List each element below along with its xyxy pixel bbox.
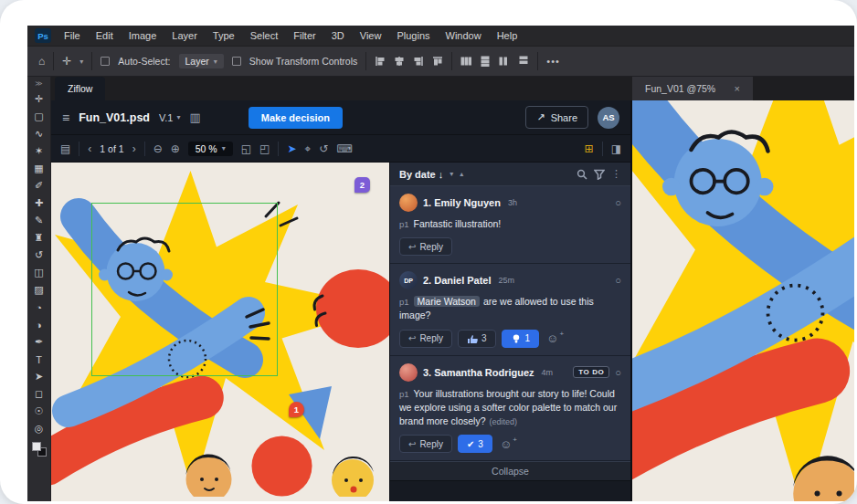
collapse-toolbar-icon[interactable]: ≫ xyxy=(35,79,42,90)
eyedropper-tool-icon[interactable]: ✐ xyxy=(34,177,43,194)
resolve-circle-icon[interactable]: ○ xyxy=(615,197,621,208)
close-icon[interactable]: × xyxy=(735,83,740,94)
rotate-icon[interactable]: ↺ xyxy=(319,142,328,155)
kebab-menu-icon[interactable]: ⋮ xyxy=(611,168,621,180)
fit-screen-icon[interactable]: ◱ xyxy=(241,142,251,155)
sort-by-date-dropdown[interactable]: By date ↓ xyxy=(399,169,443,180)
more-options-icon[interactable]: ••• xyxy=(546,56,560,67)
make-decision-button[interactable]: Make decision xyxy=(249,107,343,129)
menu-window[interactable]: Window xyxy=(446,30,481,41)
version-dropdown[interactable]: V.1 ▾ xyxy=(159,112,181,123)
compare-versions-icon[interactable]: ▥ xyxy=(190,110,201,124)
menu-plugins[interactable]: Plugins xyxy=(397,30,429,41)
zoom-level-dropdown[interactable]: 50 % ▾ xyxy=(188,142,233,156)
menu-3d[interactable]: 3D xyxy=(332,30,344,41)
eraser-tool-icon[interactable]: ◫ xyxy=(34,264,43,281)
marquee-tool-icon[interactable]: ▢ xyxy=(34,108,43,125)
hand-tool-icon[interactable]: ☉ xyxy=(34,403,43,420)
move-tool-icon[interactable]: ✛ xyxy=(62,55,71,68)
chevron-down-icon[interactable]: ▾ xyxy=(450,170,453,178)
next-page-icon[interactable]: › xyxy=(132,142,136,155)
comment-pin-1[interactable]: 1 xyxy=(289,402,304,417)
magic-wand-tool-icon[interactable]: ✶ xyxy=(34,142,43,160)
align-right-icon[interactable] xyxy=(413,56,424,67)
pointer-tool-icon[interactable]: ➤ xyxy=(287,142,296,155)
align-center-icon[interactable] xyxy=(394,56,405,67)
home-icon[interactable]: ⌂ xyxy=(38,55,45,68)
mention-chip[interactable]: Marie Watson xyxy=(414,296,480,307)
auto-select-checkbox[interactable] xyxy=(101,57,110,66)
page-indicator: 1 of 1 xyxy=(100,143,123,154)
check-icon: ✔ xyxy=(467,439,474,449)
foreground-color-swatch[interactable] xyxy=(32,442,41,451)
add-comment-icon[interactable]: ⊞ xyxy=(585,142,594,155)
distribute-top-icon[interactable] xyxy=(518,56,529,67)
reply-button[interactable]: ↩ Reply xyxy=(399,330,452,348)
add-reaction-icon[interactable]: ☺+ xyxy=(498,437,519,451)
menu-edit[interactable]: Edit xyxy=(96,30,113,41)
previous-page-icon[interactable]: ‹ xyxy=(88,142,91,155)
menu-layer[interactable]: Layer xyxy=(172,30,197,41)
toggle-panel-icon[interactable]: ◨ xyxy=(611,142,621,155)
blur-tool-icon[interactable]: ◔ xyxy=(34,299,43,316)
distribute-left-icon[interactable] xyxy=(499,56,510,67)
layer-select[interactable]: Layer ▾ xyxy=(179,54,224,68)
color-swatches[interactable] xyxy=(32,442,47,457)
align-top-icon[interactable] xyxy=(432,56,443,67)
distribute-horizontal-icon[interactable] xyxy=(460,56,471,67)
history-brush-tool-icon[interactable]: ↺ xyxy=(34,247,43,264)
pen-tool-icon[interactable]: ✒ xyxy=(34,333,43,351)
clone-stamp-tool-icon[interactable]: ♜ xyxy=(34,229,43,247)
add-reaction-icon[interactable]: ☺+ xyxy=(545,331,566,345)
move-tool-icon[interactable]: ✛ xyxy=(34,90,43,108)
brush-tool-icon[interactable]: ✎ xyxy=(34,212,43,229)
type-tool-icon[interactable]: T xyxy=(34,351,43,368)
zoom-tool-icon[interactable]: ◎ xyxy=(34,420,43,437)
healing-brush-tool-icon[interactable]: ✚ xyxy=(34,194,43,212)
filter-icon[interactable] xyxy=(594,169,605,180)
pin-comment-icon[interactable]: ⌖ xyxy=(304,142,311,155)
proof-canvas[interactable]: 2 1 xyxy=(51,163,389,501)
reply-button[interactable]: ↩ Reply xyxy=(399,435,452,453)
resolve-circle-icon[interactable]: ○ xyxy=(615,275,621,286)
menu-filter[interactable]: Filter xyxy=(293,30,315,41)
dodge-tool-icon[interactable]: ◑ xyxy=(34,316,43,333)
thread-icon[interactable] xyxy=(597,272,608,289)
lightbulb-reaction[interactable]: 1 xyxy=(502,330,540,348)
collapse-all-icon[interactable]: ▴ xyxy=(460,170,463,178)
show-transform-checkbox[interactable] xyxy=(232,57,241,66)
menu-file[interactable]: File xyxy=(64,30,80,41)
thumbs-up-reaction[interactable]: 3 xyxy=(458,330,496,348)
align-left-icon[interactable] xyxy=(375,56,386,67)
tab-ziflow[interactable]: Ziflow xyxy=(55,77,105,100)
shape-tool-icon[interactable]: ◻ xyxy=(34,385,43,403)
menu-select[interactable]: Select xyxy=(250,30,279,41)
user-avatar[interactable]: AS xyxy=(598,107,619,129)
hamburger-menu-icon[interactable]: ≡ xyxy=(62,110,69,125)
menu-type[interactable]: Type xyxy=(213,30,235,41)
reply-button[interactable]: ↩ Reply xyxy=(399,237,452,256)
comment-pin-2[interactable]: 2 xyxy=(354,177,370,193)
tool-strip: ≫ ✛▢∿✶▦✐✚✎♜↺◫▨◔◑✒T➤◻☉◎ xyxy=(27,77,51,501)
zoom-in-icon[interactable]: ⊕ xyxy=(171,142,180,155)
zoom-out-icon[interactable]: ⊖ xyxy=(153,142,163,155)
share-button[interactable]: ↗ Share xyxy=(525,106,588,129)
search-icon[interactable] xyxy=(577,169,587,180)
path-select-tool-icon[interactable]: ➤ xyxy=(34,368,43,385)
zoom-area-icon[interactable]: ◰ xyxy=(259,142,270,155)
gradient-tool-icon[interactable]: ▨ xyxy=(34,281,43,299)
tab-document[interactable]: Fun_V01 @75% × xyxy=(632,77,753,100)
collapse-button[interactable]: Collapse xyxy=(390,461,630,481)
menu-help[interactable]: Help xyxy=(497,30,518,41)
thread-icon[interactable] xyxy=(597,194,608,211)
check-reaction[interactable]: ✔ 3 xyxy=(458,435,492,453)
crop-tool-icon[interactable]: ▦ xyxy=(34,160,43,177)
distribute-vertical-icon[interactable] xyxy=(480,56,491,67)
pages-icon[interactable]: ▤ xyxy=(60,142,70,155)
menu-image[interactable]: Image xyxy=(129,30,157,41)
keyboard-shortcuts-icon[interactable]: ⌨ xyxy=(336,142,352,155)
document-view[interactable] xyxy=(632,100,854,501)
lasso-tool-icon[interactable]: ∿ xyxy=(34,125,43,142)
resolve-circle-icon[interactable]: ○ xyxy=(615,367,621,378)
menu-view[interactable]: View xyxy=(360,30,382,41)
